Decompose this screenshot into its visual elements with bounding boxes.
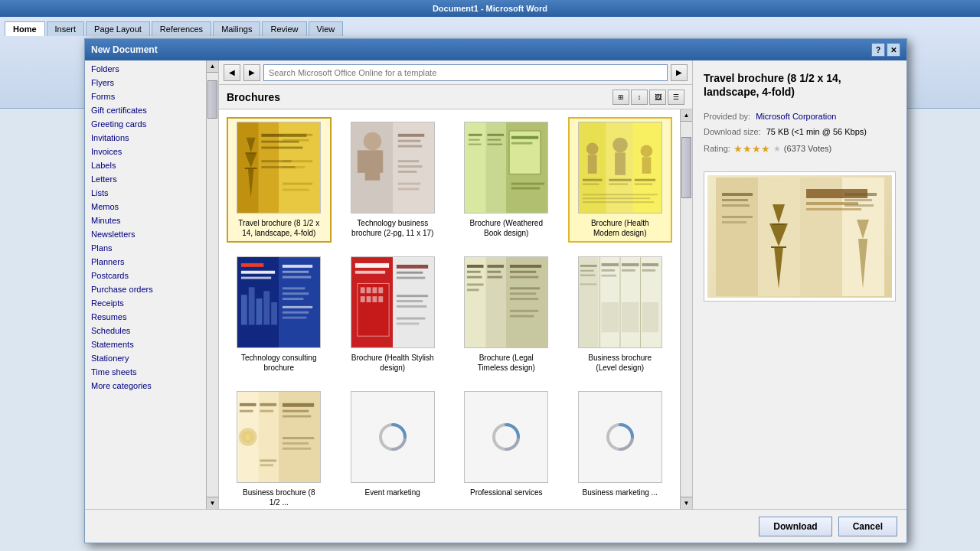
download-button[interactable]: Download	[759, 517, 831, 536]
ribbon-tab-pagelayout[interactable]: Page Layout	[86, 21, 150, 36]
ribbon-tab-mailings[interactable]: Mailings	[213, 21, 260, 36]
template-travel-brochure[interactable]: Travel brochure (8 1/2 x 14, landscape, …	[227, 117, 332, 243]
dialog-title: New Document	[91, 44, 158, 55]
template-consulting[interactable]: Technology consulting brochure	[227, 252, 332, 377]
sidebar-item-plans[interactable]: Plans	[85, 241, 193, 255]
svg-rect-139	[622, 269, 635, 272]
template-thumb-business-marketing	[578, 391, 662, 483]
star-empty: ★	[773, 142, 781, 157]
sidebar-scrollbar-thumb[interactable]	[207, 80, 217, 119]
svg-rect-27	[398, 145, 422, 148]
svg-rect-159	[283, 416, 311, 418]
svg-point-51	[586, 143, 599, 155]
template-event-marketing[interactable]: Event marketing	[341, 386, 446, 509]
preview-title: Travel brochure (8 1/2 x 14, landscape, …	[704, 71, 896, 99]
svg-rect-35	[465, 122, 485, 213]
svg-rect-17	[283, 183, 312, 185]
svg-rect-179	[722, 193, 753, 196]
ribbon-tab-insert[interactable]: Insert	[47, 21, 85, 36]
svg-rect-105	[397, 318, 425, 320]
sidebar-item-resumes[interactable]: Resumes	[85, 310, 193, 324]
svg-rect-59	[609, 179, 631, 181]
sidebar-item-newsletters[interactable]: Newsletters	[85, 227, 193, 241]
svg-rect-16	[283, 166, 305, 168]
sidebar-item-invitations[interactable]: Invitations	[85, 131, 193, 145]
close-dialog-button[interactable]: ✕	[887, 43, 900, 57]
template-health-modern[interactable]: Brochure (Health Modern design)	[568, 117, 673, 243]
sidebar-item-invoices[interactable]: Invoices	[85, 145, 193, 158]
svg-rect-121	[510, 287, 540, 289]
sidebar-item-letters[interactable]: Letters	[85, 172, 193, 186]
sidebar-item-minutes[interactable]: Minutes	[85, 214, 193, 227]
svg-rect-31	[398, 183, 420, 185]
sidebar-item-gift-certificates[interactable]: Gift certificates	[85, 103, 193, 117]
svg-rect-97	[372, 296, 377, 302]
template-weathered[interactable]: Brochure (Weathered Book design)	[454, 117, 559, 243]
word-title: Document1 - Microsoft Word	[433, 4, 547, 13]
forward-button[interactable]: ▶	[243, 64, 260, 81]
view-btn-grid[interactable]: ⊞	[612, 90, 629, 105]
sidebar-item-memos[interactable]: Memos	[85, 200, 193, 214]
content-scrollbar-track-area	[681, 122, 692, 497]
sidebar-item-forms[interactable]: Forms	[85, 90, 193, 103]
main-content-area: ◀ ▶ ▶ Brochures ⊞ ↕ 🖼 ☰	[219, 60, 692, 509]
content-scroll-down-arrow[interactable]: ▼	[681, 497, 692, 509]
template-thumb-weathered	[464, 122, 548, 214]
template-thumb-legal	[464, 256, 548, 348]
sidebar-item-stationery[interactable]: Stationery	[85, 351, 193, 365]
template-business-marketing[interactable]: Business marketing ...	[568, 386, 673, 509]
sidebar-item-statements[interactable]: Statements	[85, 337, 193, 351]
content-scrollbar-thumb[interactable]	[681, 137, 691, 198]
template-thumb-tech	[351, 122, 435, 214]
sidebar-item-schedules[interactable]: Schedules	[85, 324, 193, 337]
view-btn-small[interactable]: ☰	[668, 90, 684, 105]
sidebar-item-receipts[interactable]: Receipts	[85, 296, 193, 310]
sidebar-scroll-up-arrow[interactable]: ▲	[207, 60, 218, 73]
view-btn-sort[interactable]: ↕	[631, 90, 648, 105]
sidebar-item-planners[interactable]: Planners	[85, 255, 193, 269]
template-legal[interactable]: Brochure (Legal Timeless design)	[454, 252, 559, 377]
sidebar-item-flyers[interactable]: Flyers	[85, 76, 193, 90]
sidebar-item-postcards[interactable]: Postcards	[85, 269, 193, 282]
sidebar-item-folders[interactable]: Folders	[85, 62, 193, 76]
sidebar-scroll-area: Folders Flyers Forms Gift certificates G…	[85, 60, 207, 509]
ribbon-tab-references[interactable]: References	[152, 21, 211, 36]
svg-rect-122	[510, 292, 536, 295]
view-btn-large[interactable]: 🖼	[649, 90, 666, 105]
template-tech-business[interactable]: Technology business brochure (2-pg, 11 x…	[341, 117, 446, 243]
template-health-stylish[interactable]: Brochure (Health Stylish design)	[341, 252, 446, 377]
svg-rect-6	[245, 168, 257, 169]
template-label-business-marketing: Business marketing ...	[583, 487, 658, 497]
cancel-button[interactable]: Cancel	[838, 517, 897, 536]
sidebar-item-more-categories[interactable]: More categories	[85, 379, 193, 393]
sidebar-item-purchase-orders[interactable]: Purchase orders	[85, 282, 193, 296]
templates-scroll[interactable]: Travel brochure (8 1/2 x 14, landscape, …	[219, 109, 680, 509]
dialog-titlebar: New Document ? ✕	[85, 39, 906, 60]
help-button[interactable]: ?	[871, 43, 885, 57]
content-scroll-up-arrow[interactable]: ▲	[681, 109, 692, 122]
search-go-button[interactable]: ▶	[671, 64, 688, 81]
svg-rect-95	[361, 296, 365, 302]
back-button[interactable]: ◀	[224, 64, 240, 81]
rating-label: Rating:	[704, 142, 730, 157]
sidebar-item-time-sheets[interactable]: Time sheets	[85, 365, 193, 379]
sidebar-scrollbar[interactable]: ▲ ▼	[206, 60, 218, 509]
ribbon-tab-view[interactable]: View	[309, 21, 344, 36]
sidebar-item-lists[interactable]: Lists	[85, 186, 193, 200]
svg-rect-24	[374, 150, 383, 172]
svg-rect-131	[580, 283, 597, 285]
ribbon-tab-home[interactable]: Home	[5, 21, 45, 36]
svg-rect-152	[240, 410, 253, 412]
sidebar-item-labels[interactable]: Labels	[85, 158, 193, 172]
svg-rect-47	[511, 187, 540, 190]
sidebar-item-greeting-cards[interactable]: Greeting cards	[85, 117, 193, 131]
ribbon-tab-review[interactable]: Review	[262, 21, 306, 36]
sidebar-scroll-down-arrow[interactable]: ▼	[207, 497, 218, 509]
template-professional[interactable]: Professional services	[454, 386, 559, 509]
template-business-half[interactable]: Business brochure (8 1/2 ...	[227, 386, 332, 509]
svg-rect-101	[397, 277, 425, 279]
template-business-level[interactable]: Business brochure (Level design)	[568, 252, 673, 377]
content-scrollbar[interactable]: ▲ ▼	[680, 109, 692, 509]
search-input[interactable]	[263, 64, 668, 81]
votes-count: (6373 Votes)	[784, 142, 831, 157]
